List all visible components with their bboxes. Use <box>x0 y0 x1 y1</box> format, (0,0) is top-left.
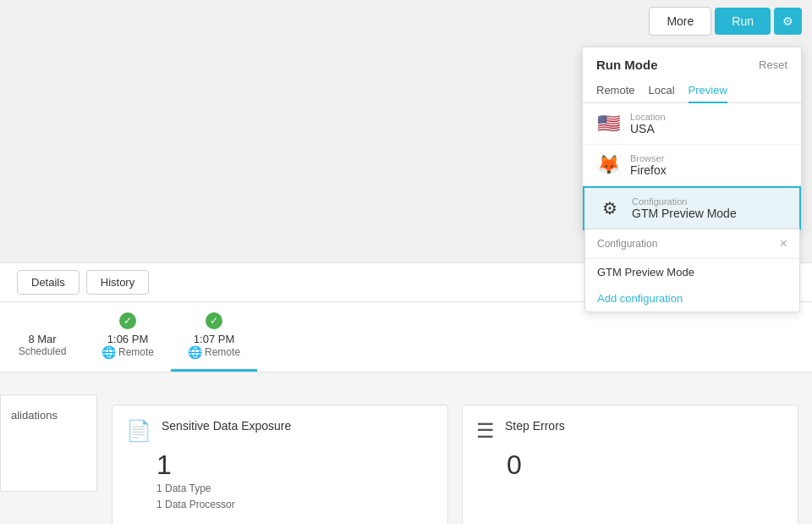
sub-dropdown-add-config[interactable]: Add configuration <box>585 285 799 312</box>
check-icon-1: ✓ <box>119 312 136 329</box>
sub-configuration-dropdown: Configuration × GTM Preview Mode Add con… <box>584 229 800 312</box>
steps-card-title: Step Errors <box>505 419 565 433</box>
sensitive-card-header: 📄 Sensitive Data Exposure <box>126 419 434 443</box>
steps-count: 0 <box>507 450 784 481</box>
location-label: Location <box>630 112 666 122</box>
top-toolbar: More Run ⚙ <box>639 0 812 42</box>
browser-row[interactable]: 🦊 Browser Firefox <box>583 145 801 186</box>
left-partial-card: alidations <box>0 394 97 492</box>
gear-icon: ⚙ <box>782 14 793 28</box>
flag-icon: 🇺🇸 <box>596 113 620 135</box>
reset-button[interactable]: Reset <box>759 58 787 71</box>
dropdown-header: Run Mode Reset <box>583 47 801 79</box>
steps-icon: ☰ <box>476 419 495 443</box>
dropdown-title: Run Mode <box>596 58 658 72</box>
sensitive-card-title: Sensitive Data Exposure <box>162 419 291 433</box>
steps-card: ☰ Step Errors 0 <box>462 405 798 524</box>
firefox-icon: 🦊 <box>596 154 620 176</box>
tab-history[interactable]: History <box>86 270 149 295</box>
sub-dropdown-item-gtm[interactable]: GTM Preview Mode <box>585 259 799 285</box>
sensitive-sub1: 1 Data Type <box>156 481 434 497</box>
run-mode-dropdown: Run Mode Reset Remote Local Preview 🇺🇸 L… <box>582 47 802 231</box>
configuration-value: GTM Preview Mode <box>632 207 737 220</box>
settings-button[interactable]: ⚙ <box>774 8 802 35</box>
run-item-2[interactable]: ✓ 1:07 PM 🌐 Remote <box>171 312 257 372</box>
mode-tab-preview[interactable]: Preview <box>689 79 727 103</box>
location-text: Location USA <box>630 112 666 135</box>
left-card-title: alidations <box>11 409 86 422</box>
more-button[interactable]: More <box>649 7 711 36</box>
run-time-1: 1:06 PM <box>107 333 148 345</box>
cards-section: 📄 Sensitive Data Exposure 1 1 Data Type … <box>102 394 812 524</box>
tab-details[interactable]: Details <box>17 270 80 295</box>
globe-icon-1: 🌐 <box>102 345 116 359</box>
browser-text: Browser Firefox <box>630 153 667 177</box>
configuration-text: Configuration GTM Preview Mode <box>632 196 737 220</box>
run-label-1: 🌐 Remote <box>102 345 154 359</box>
run-item-0[interactable]: 8 Mar Scheduled <box>0 312 85 367</box>
mode-tab-local[interactable]: Local <box>649 79 675 103</box>
location-row[interactable]: 🇺🇸 Location USA <box>583 103 801 145</box>
run-time-0: 8 Mar <box>28 333 56 345</box>
sensitive-card: 📄 Sensitive Data Exposure 1 1 Data Type … <box>112 405 448 524</box>
sub-dropdown-header: Configuration × <box>585 229 799 259</box>
sub-dropdown-title: Configuration <box>597 238 657 250</box>
mode-tabs: Remote Local Preview <box>583 79 801 103</box>
gear-config-icon: ⚙ <box>598 198 622 218</box>
steps-card-header: ☰ Step Errors <box>476 419 784 443</box>
run-button[interactable]: Run <box>715 8 771 35</box>
sensitive-sub2: 1 Data Processor <box>156 497 434 513</box>
sensitive-count: 1 <box>156 450 434 481</box>
configuration-row[interactable]: ⚙ Configuration GTM Preview Mode Configu… <box>583 186 801 230</box>
location-value: USA <box>630 122 666 135</box>
run-time-2: 1:07 PM <box>194 333 234 345</box>
check-icon-2: ✓ <box>206 312 222 329</box>
browser-value: Firefox <box>630 163 667 177</box>
browser-label: Browser <box>630 153 667 163</box>
configuration-label: Configuration <box>632 196 737 207</box>
run-items-row: 8 Mar Scheduled ✓ 1:06 PM 🌐 Remote ✓ 1:0… <box>0 302 812 372</box>
sensitive-icon: 📄 <box>126 419 151 443</box>
mode-tab-remote[interactable]: Remote <box>596 79 635 103</box>
run-label-0: Scheduled <box>19 345 67 357</box>
run-label-2: 🌐 Remote <box>188 345 240 359</box>
globe-icon-2: 🌐 <box>188 345 202 359</box>
sub-close-button[interactable]: × <box>780 236 787 251</box>
run-item-1[interactable]: ✓ 1:06 PM 🌐 Remote <box>85 312 171 369</box>
